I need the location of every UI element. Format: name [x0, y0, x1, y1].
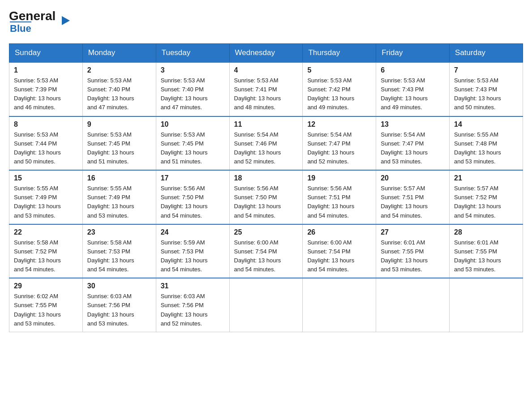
logo: General Blue [9, 9, 62, 34]
day-number: 12 [307, 120, 371, 128]
day-info: Sunrise: 6:03 AM Sunset: 7:56 PM Dayligh… [161, 292, 225, 328]
logo-blue: Blue [10, 21, 31, 34]
day-info: Sunrise: 5:53 AM Sunset: 7:39 PM Dayligh… [14, 76, 78, 112]
calendar-week-row: 8 Sunrise: 5:53 AM Sunset: 7:44 PM Dayli… [9, 116, 523, 171]
calendar-week-row: 15 Sunrise: 5:55 AM Sunset: 7:49 PM Dayl… [9, 170, 523, 224]
calendar-cell: 25 Sunrise: 6:00 AM Sunset: 7:54 PM Dayl… [229, 224, 303, 278]
calendar-cell: 7 Sunrise: 5:53 AM Sunset: 7:43 PM Dayli… [450, 62, 523, 116]
day-info: Sunrise: 5:54 AM Sunset: 7:46 PM Dayligh… [234, 130, 298, 167]
calendar-cell: 4 Sunrise: 5:53 AM Sunset: 7:41 PM Dayli… [229, 62, 303, 116]
day-info: Sunrise: 5:53 AM Sunset: 7:41 PM Dayligh… [234, 76, 298, 112]
day-info: Sunrise: 5:53 AM Sunset: 7:45 PM Dayligh… [87, 130, 151, 167]
day-info: Sunrise: 5:53 AM Sunset: 7:44 PM Dayligh… [14, 130, 78, 167]
calendar-cell: 21 Sunrise: 5:57 AM Sunset: 7:52 PM Dayl… [450, 170, 523, 224]
day-number: 3 [161, 66, 225, 74]
day-info: Sunrise: 6:03 AM Sunset: 7:56 PM Dayligh… [87, 292, 151, 328]
day-number: 18 [234, 174, 298, 182]
calendar-cell: 8 Sunrise: 5:53 AM Sunset: 7:44 PM Dayli… [9, 116, 83, 171]
day-info: Sunrise: 5:55 AM Sunset: 7:49 PM Dayligh… [14, 184, 78, 220]
calendar-cell: 12 Sunrise: 5:54 AM Sunset: 7:47 PM Dayl… [303, 116, 376, 171]
day-number: 1 [14, 66, 78, 74]
calendar-cell: 18 Sunrise: 5:56 AM Sunset: 7:50 PM Dayl… [229, 170, 303, 224]
calendar-header-monday: Monday [82, 44, 156, 63]
calendar-header-sunday: Sunday [9, 44, 83, 63]
day-number: 23 [87, 228, 151, 236]
calendar-cell: 15 Sunrise: 5:55 AM Sunset: 7:49 PM Dayl… [9, 170, 83, 224]
day-info: Sunrise: 5:56 AM Sunset: 7:50 PM Dayligh… [234, 184, 298, 220]
calendar-cell: 13 Sunrise: 5:54 AM Sunset: 7:47 PM Dayl… [376, 116, 450, 171]
calendar-header-saturday: Saturday [450, 44, 523, 63]
day-number: 7 [454, 66, 518, 74]
calendar-cell: 22 Sunrise: 5:58 AM Sunset: 7:52 PM Dayl… [9, 224, 83, 278]
calendar-cell: 3 Sunrise: 5:53 AM Sunset: 7:40 PM Dayli… [156, 62, 229, 116]
calendar-cell: 28 Sunrise: 6:01 AM Sunset: 7:55 PM Dayl… [450, 224, 523, 278]
day-number: 2 [87, 66, 151, 74]
calendar-header-friday: Friday [376, 44, 450, 63]
calendar-cell [376, 278, 450, 332]
day-number: 21 [454, 174, 518, 182]
calendar-cell: 23 Sunrise: 5:58 AM Sunset: 7:53 PM Dayl… [82, 224, 156, 278]
calendar-week-row: 1 Sunrise: 5:53 AM Sunset: 7:39 PM Dayli… [9, 62, 523, 116]
day-number: 14 [454, 120, 518, 128]
day-info: Sunrise: 5:56 AM Sunset: 7:50 PM Dayligh… [161, 184, 225, 220]
day-info: Sunrise: 6:00 AM Sunset: 7:54 PM Dayligh… [307, 238, 371, 274]
calendar-header-thursday: Thursday [303, 44, 376, 63]
calendar-cell: 20 Sunrise: 5:57 AM Sunset: 7:51 PM Dayl… [376, 170, 450, 224]
calendar-table: SundayMondayTuesdayWednesdayThursdayFrid… [9, 43, 523, 332]
day-info: Sunrise: 5:53 AM Sunset: 7:40 PM Dayligh… [87, 76, 151, 112]
day-info: Sunrise: 5:53 AM Sunset: 7:45 PM Dayligh… [161, 130, 225, 167]
calendar-cell: 9 Sunrise: 5:53 AM Sunset: 7:45 PM Dayli… [82, 116, 156, 171]
calendar-week-row: 22 Sunrise: 5:58 AM Sunset: 7:52 PM Dayl… [9, 224, 523, 278]
calendar-cell: 31 Sunrise: 6:03 AM Sunset: 7:56 PM Dayl… [156, 278, 229, 332]
day-info: Sunrise: 5:54 AM Sunset: 7:47 PM Dayligh… [307, 130, 371, 167]
day-number: 22 [14, 228, 78, 236]
day-number: 10 [161, 120, 225, 128]
calendar-cell [450, 278, 523, 332]
day-info: Sunrise: 6:01 AM Sunset: 7:55 PM Dayligh… [454, 238, 518, 274]
calendar-header-tuesday: Tuesday [156, 44, 229, 63]
day-number: 24 [161, 228, 225, 236]
svg-marker-0 [62, 16, 70, 25]
day-number: 19 [307, 174, 371, 182]
calendar-cell: 29 Sunrise: 6:02 AM Sunset: 7:55 PM Dayl… [9, 278, 83, 332]
calendar-header-row: SundayMondayTuesdayWednesdayThursdayFrid… [9, 44, 523, 63]
calendar-cell: 17 Sunrise: 5:56 AM Sunset: 7:50 PM Dayl… [156, 170, 229, 224]
day-number: 13 [381, 120, 445, 128]
day-info: Sunrise: 5:55 AM Sunset: 7:48 PM Dayligh… [454, 130, 518, 167]
day-info: Sunrise: 5:58 AM Sunset: 7:52 PM Dayligh… [14, 238, 78, 274]
day-number: 25 [234, 228, 298, 236]
day-number: 9 [87, 120, 151, 128]
day-number: 6 [381, 66, 445, 74]
day-number: 15 [14, 174, 78, 182]
day-number: 4 [234, 66, 298, 74]
day-info: Sunrise: 6:02 AM Sunset: 7:55 PM Dayligh… [14, 292, 78, 328]
day-info: Sunrise: 5:59 AM Sunset: 7:53 PM Dayligh… [161, 238, 225, 274]
calendar-cell: 2 Sunrise: 5:53 AM Sunset: 7:40 PM Dayli… [82, 62, 156, 116]
day-number: 16 [87, 174, 151, 182]
day-number: 27 [381, 228, 445, 236]
day-info: Sunrise: 5:53 AM Sunset: 7:43 PM Dayligh… [381, 76, 445, 112]
day-info: Sunrise: 5:57 AM Sunset: 7:52 PM Dayligh… [454, 184, 518, 220]
day-info: Sunrise: 5:53 AM Sunset: 7:40 PM Dayligh… [161, 76, 225, 112]
calendar-cell: 26 Sunrise: 6:00 AM Sunset: 7:54 PM Dayl… [303, 224, 376, 278]
day-number: 5 [307, 66, 371, 74]
calendar-cell [303, 278, 376, 332]
day-info: Sunrise: 5:53 AM Sunset: 7:42 PM Dayligh… [307, 76, 371, 112]
calendar-cell: 27 Sunrise: 6:01 AM Sunset: 7:55 PM Dayl… [376, 224, 450, 278]
calendar-cell: 6 Sunrise: 5:53 AM Sunset: 7:43 PM Dayli… [376, 62, 450, 116]
calendar-cell: 1 Sunrise: 5:53 AM Sunset: 7:39 PM Dayli… [9, 62, 83, 116]
calendar-header-wednesday: Wednesday [229, 44, 303, 63]
calendar-week-row: 29 Sunrise: 6:02 AM Sunset: 7:55 PM Dayl… [9, 278, 523, 332]
calendar-cell: 10 Sunrise: 5:53 AM Sunset: 7:45 PM Dayl… [156, 116, 229, 171]
day-info: Sunrise: 5:56 AM Sunset: 7:51 PM Dayligh… [307, 184, 371, 220]
day-number: 17 [161, 174, 225, 182]
day-number: 29 [14, 282, 78, 290]
day-info: Sunrise: 5:55 AM Sunset: 7:49 PM Dayligh… [87, 184, 151, 220]
day-number: 20 [381, 174, 445, 182]
day-number: 31 [161, 282, 225, 290]
page-header: General Blue [9, 9, 523, 34]
calendar-cell [229, 278, 303, 332]
calendar-cell: 30 Sunrise: 6:03 AM Sunset: 7:56 PM Dayl… [82, 278, 156, 332]
day-number: 26 [307, 228, 371, 236]
calendar-cell: 14 Sunrise: 5:55 AM Sunset: 7:48 PM Dayl… [450, 116, 523, 171]
